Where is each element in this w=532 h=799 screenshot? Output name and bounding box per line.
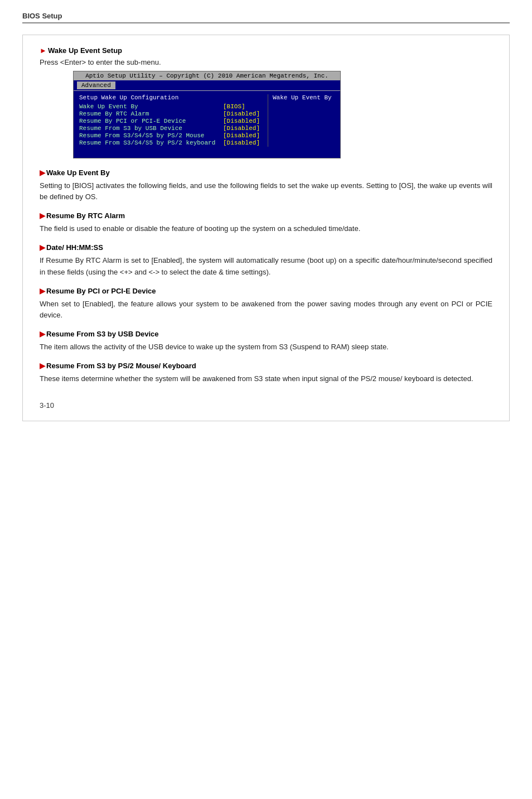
section-body-wake-up-event-by: Setting to [BIOS] activates the followin…: [40, 180, 492, 203]
section-heading-text-resume-by-rtc-alarm: Resume By RTC Alarm: [46, 211, 125, 220]
section-heading-resume-by-pci: ▶Resume By PCI or PCI-E Device: [40, 287, 492, 295]
bios-tab-advanced: Advanced: [77, 81, 115, 89]
sections-container: ▶Wake Up Event BySetting to [BIOS] activ…: [40, 169, 492, 384]
section-heading-resume-from-s3-usb: ▶Resume From S3 by USB Device: [40, 330, 492, 338]
arrow-icon: ▶: [40, 330, 45, 338]
bios-row: Resume By PCI or PCI-E Device[Disabled]: [79, 118, 268, 124]
bios-screen: Aptio Setup Utility – Copyright (C) 2010…: [73, 71, 341, 158]
bios-row-label: Resume From S3/S4/S5 by PS/2 Mouse: [79, 132, 204, 139]
section-body-date-hhmmss: If Resume By RTC Alarm is set to [Enable…: [40, 255, 492, 277]
arrow-icon: ▶: [40, 243, 45, 252]
bios-row-value: [Disabled]: [223, 110, 268, 117]
bios-row: Resume From S3 by USB Device[Disabled]: [79, 125, 268, 132]
section-body-resume-from-s3-usb: The item allows the activity of the USB …: [40, 341, 492, 353]
arrow-icon: ▶: [40, 169, 45, 177]
intro-text: Press <Enter> to enter the sub-menu.: [40, 58, 492, 66]
bios-row-label: Resume By PCI or PCI-E Device: [79, 118, 186, 124]
bios-row: Resume From S3/S4/S5 by PS/2 keyboard[Di…: [79, 139, 268, 146]
bios-two-col: Setup Wake Up Configuration Wake Up Even…: [79, 94, 335, 147]
arrow-icon: ▶: [40, 287, 45, 295]
bios-right-help: Wake Up Event By: [273, 94, 332, 101]
section-heading-text-date-hhmmss: Date/ HH:MM:SS: [46, 243, 103, 252]
top-bar: BIOS Setup: [22, 11, 510, 23]
bios-row-label: Wake Up Event By: [79, 103, 138, 110]
wake-up-event-setup-section: ► Wake Up Event Setup Press <Enter> to e…: [40, 46, 492, 158]
section-body-resume-from-s3-ps2: These items determine whether the system…: [40, 373, 492, 384]
bios-row: Wake Up Event By[BIOS]: [79, 103, 268, 110]
bios-tab-bar: Advanced: [74, 80, 340, 91]
bios-left-col: Setup Wake Up Configuration Wake Up Even…: [79, 94, 268, 147]
bios-body: Setup Wake Up Configuration Wake Up Even…: [74, 91, 340, 158]
bios-row: Resume From S3/S4/S5 by PS/2 Mouse[Disab…: [79, 132, 268, 139]
arrow-icon: ▶: [40, 362, 45, 370]
section-date-hhmmss: ▶Date/ HH:MM:SSIf Resume By RTC Alarm is…: [40, 243, 492, 277]
bios-row-value: [Disabled]: [223, 118, 268, 124]
main-section-heading: ► Wake Up Event Setup: [40, 46, 492, 55]
bios-row-label: Resume From S3/S4/S5 by PS/2 keyboard: [79, 139, 215, 146]
bios-config-header: Setup Wake Up Configuration: [79, 94, 268, 101]
section-wake-up-event-by: ▶Wake Up Event BySetting to [BIOS] activ…: [40, 169, 492, 203]
main-heading-text: Wake Up Event Setup: [48, 46, 122, 55]
section-heading-text-wake-up-event-by: Wake Up Event By: [46, 169, 110, 177]
section-resume-from-s3-ps2: ▶Resume From S3 by PS/2 Mouse/ KeyboardT…: [40, 362, 492, 384]
section-resume-by-pci: ▶Resume By PCI or PCI-E DeviceWhen set t…: [40, 287, 492, 321]
bios-row-label: Resume By RTC Alarm: [79, 110, 149, 117]
main-content: ► Wake Up Event Setup Press <Enter> to e…: [22, 35, 510, 421]
bios-row: Resume By RTC Alarm[Disabled]: [79, 110, 268, 117]
section-heading-resume-by-rtc-alarm: ▶Resume By RTC Alarm: [40, 211, 492, 220]
section-body-resume-by-rtc-alarm: The field is used to enable or disable t…: [40, 223, 492, 234]
bios-row-value: [Disabled]: [223, 139, 268, 146]
page-number: 3-10: [40, 401, 492, 410]
section-heading-wake-up-event-by: ▶Wake Up Event By: [40, 169, 492, 177]
section-heading-text-resume-by-pci: Resume By PCI or PCI-E Device: [46, 287, 156, 295]
section-body-resume-by-pci: When set to [Enabled], the feature allow…: [40, 299, 492, 321]
section-heading-date-hhmmss: ▶Date/ HH:MM:SS: [40, 243, 492, 252]
bios-row-label: Resume From S3 by USB Device: [79, 125, 182, 132]
arrow-icon: ▶: [40, 211, 45, 220]
section-heading-text-resume-from-s3-usb: Resume From S3 by USB Device: [46, 330, 159, 338]
arrow-icon: ►: [40, 46, 47, 55]
bios-row-value: [Disabled]: [223, 132, 268, 139]
bios-row-value: [Disabled]: [223, 125, 268, 132]
bios-title-bar: Aptio Setup Utility – Copyright (C) 2010…: [74, 71, 340, 80]
bios-right-col: Wake Up Event By: [268, 94, 335, 147]
section-resume-from-s3-usb: ▶Resume From S3 by USB DeviceThe item al…: [40, 330, 492, 353]
section-heading-resume-from-s3-ps2: ▶Resume From S3 by PS/2 Mouse/ Keyboard: [40, 362, 492, 370]
page-header-title: BIOS Setup: [22, 12, 62, 20]
section-resume-by-rtc-alarm: ▶Resume By RTC AlarmThe field is used to…: [40, 211, 492, 234]
bios-row-value: [BIOS]: [223, 103, 268, 110]
section-heading-text-resume-from-s3-ps2: Resume From S3 by PS/2 Mouse/ Keyboard: [46, 362, 196, 370]
